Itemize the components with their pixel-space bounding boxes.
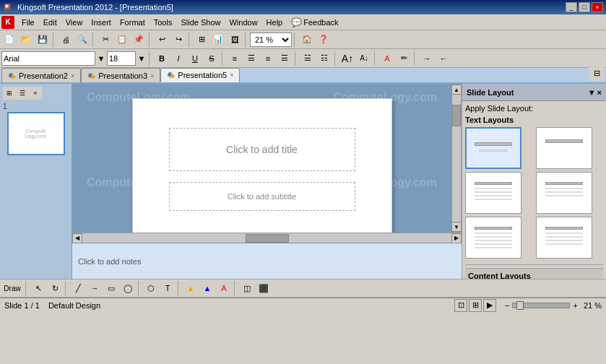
menu-tools[interactable]: Tools [150,17,177,28]
shadow-btn[interactable]: ◫ [239,280,255,296]
close-tab-5[interactable]: × [230,72,233,79]
view-normal-btn[interactable]: ⊡ [454,299,467,312]
draw-label-btn[interactable]: Draw [1,280,23,296]
tab-presentation5[interactable]: 🎭 Presentation5 × [160,68,240,82]
help-button[interactable]: ❓ [316,32,332,48]
ellipse-btn[interactable]: ◯ [120,280,136,296]
shapes-btn[interactable]: ⬡ [143,280,159,296]
home-button[interactable]: 🏠 [299,32,315,48]
undo-button[interactable]: ↩ [154,32,170,48]
layout-two-content[interactable] [536,172,592,214]
notes-area[interactable]: Click to add notes [72,243,462,279]
italic-button[interactable]: I [170,51,186,66]
fill-color-btn[interactable]: ▲ [183,280,199,296]
h-scroll-thumb[interactable] [246,234,289,243]
menu-feedback[interactable]: 💬 Feedback [287,16,342,29]
line-color-btn[interactable]: ▲ [199,280,215,296]
menu-window[interactable]: Window [225,17,261,28]
insert-table-button[interactable]: ⊞ [194,32,209,48]
menu-slideshow[interactable]: Slide Show [176,17,225,28]
scroll-right-button[interactable]: ▶ [451,233,462,243]
font-name-dropdown-btn[interactable]: ▼ [96,51,106,66]
font-color-button[interactable]: A [379,51,395,66]
tab-options-button[interactable]: ⊟ [589,65,605,81]
font-color-btn2[interactable]: A [216,280,232,296]
title-placeholder[interactable]: Click to add title [169,128,355,171]
layout-title-slide[interactable] [465,127,521,169]
indent-less-button[interactable]: ← [436,51,451,66]
increase-font-button[interactable]: A↑ [339,51,355,66]
number-list-button[interactable]: ☷ [316,51,332,66]
layout-text-only[interactable] [465,217,521,259]
menu-help[interactable]: Help [262,17,287,28]
tab-presentation2[interactable]: 🎭 Presentation2 × [1,68,81,82]
menu-view[interactable]: View [61,17,87,28]
panel-close-button[interactable]: × [597,88,602,97]
layout-title-only[interactable] [536,127,592,169]
save-button[interactable]: 💾 [35,32,51,48]
close-tab-2[interactable]: × [71,72,74,79]
redo-button[interactable]: ↪ [170,32,186,48]
print-preview-button[interactable]: 🔍 [74,32,90,48]
copy-button[interactable]: 📋 [114,32,130,48]
bullet-list-button[interactable]: ☱ [300,51,316,66]
zoom-minus-btn[interactable]: − [505,301,509,310]
justify-button[interactable]: ☰ [277,51,293,66]
zoom-dropdown[interactable]: 21 % 50 % 75 % 100 % [250,32,292,47]
font-size-input[interactable] [107,51,136,66]
restore-button[interactable]: □ [579,2,590,12]
strikethrough-button[interactable]: S [204,51,220,66]
layout-title-content[interactable] [465,172,521,214]
view-slide-sorter-btn[interactable]: ⊞ [469,299,482,312]
open-button[interactable]: 📂 [18,32,34,48]
close-tab-3[interactable]: × [150,72,154,79]
rotate-btn[interactable]: ↻ [47,280,63,296]
subtitle-placeholder[interactable]: Click to add subtitle [169,182,355,211]
3d-btn[interactable]: ⬛ [256,280,272,296]
panel-view-btn-3[interactable]: × [29,87,42,100]
line-btn[interactable]: ╱ [70,280,86,296]
slides-panel: ⊞ ☰ × 1 Compute Logy.com [0,84,72,279]
menu-file[interactable]: File [17,17,39,28]
layout-two-text[interactable] [536,217,592,259]
scroll-thumb[interactable] [452,105,461,126]
text-box-btn[interactable]: T [160,280,176,296]
insert-picture-button[interactable]: 🖼 [227,32,243,48]
tab-presentation3[interactable]: 🎭 Presentation3 × [81,68,160,82]
indent-more-button[interactable]: → [419,51,435,66]
scroll-left-button[interactable]: ◀ [72,233,82,243]
highlight-button[interactable]: ✏ [396,51,412,66]
scroll-up-button[interactable]: ▲ [451,84,462,95]
decrease-font-button[interactable]: A↓ [356,51,372,66]
align-left-button[interactable]: ≡ [227,51,243,66]
bold-button[interactable]: B [154,51,170,66]
slide-thumbnail-1[interactable]: Compute Logy.com [7,112,65,155]
zoom-slider-thumb[interactable] [516,301,524,310]
cut-button[interactable]: ✂ [98,32,113,48]
panel-view-btn-1[interactable]: ⊞ [3,87,16,100]
font-name-input[interactable] [1,51,95,66]
align-center-button[interactable]: ☰ [243,51,259,66]
content-layouts-section: Content Layouts Show when inserting new … [465,268,603,279]
align-right-button[interactable]: ≡ [260,51,276,66]
scroll-down-button[interactable]: ▼ [451,222,462,232]
menu-edit[interactable]: Edit [39,17,61,28]
rect-btn[interactable]: ▭ [103,280,119,296]
menu-format[interactable]: Format [116,17,150,28]
tab-label-2: Presentation2 [19,72,68,80]
menu-insert[interactable]: Insert [87,17,116,28]
new-button[interactable]: 📄 [1,32,17,48]
minimize-button[interactable]: _ [566,2,577,12]
insert-chart-button[interactable]: 📊 [210,32,226,48]
close-button[interactable]: × [592,2,603,12]
underline-button[interactable]: U [187,51,203,66]
print-button[interactable]: 🖨 [58,32,74,48]
paste-button[interactable]: 📌 [131,32,147,48]
view-slideshow-btn[interactable]: ▶ [483,299,496,312]
select-btn[interactable]: ↖ [30,280,46,296]
zoom-plus-btn[interactable]: + [573,301,577,310]
canvas-wrapper: ComputeLogy.com ComputeLogy.com ComputeL… [72,84,462,279]
font-size-dropdown-btn[interactable]: ▼ [137,51,147,66]
panel-view-btn-2[interactable]: ☰ [16,87,29,100]
arrow-btn[interactable]: → [87,280,103,296]
